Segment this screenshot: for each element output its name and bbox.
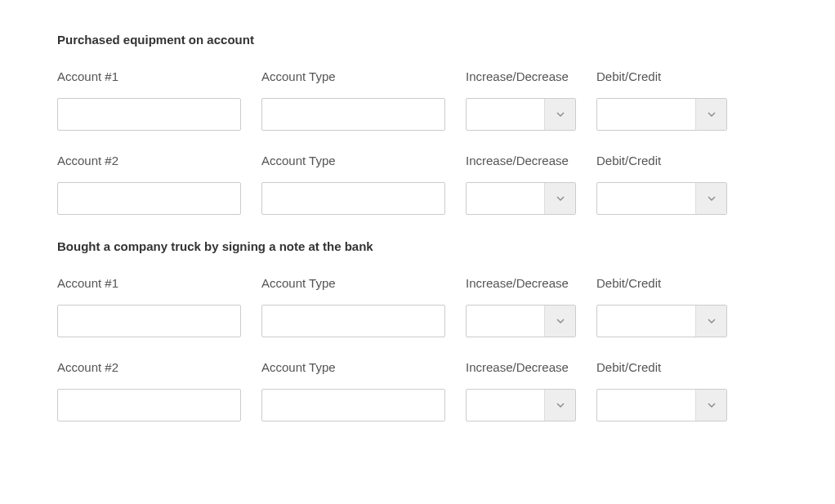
select-value [467,306,544,337]
section-title: Bought a company truck by signing a note… [57,239,778,253]
increase-decrease-field: Increase/Decrease [466,276,576,337]
increase-decrease-label: Increase/Decrease [466,276,576,290]
account-type-input[interactable] [261,98,445,131]
transaction-section: Purchased equipment on account Account #… [57,33,778,215]
select-value [597,390,695,421]
select-value [467,99,544,130]
chevron-down-icon [544,183,575,214]
debit-credit-label: Debit/Credit [596,276,727,290]
account-input[interactable] [57,305,241,337]
account-field: Account #2 [57,154,241,215]
increase-decrease-field: Increase/Decrease [466,360,576,421]
increase-decrease-label: Increase/Decrease [466,154,576,167]
debit-credit-label: Debit/Credit [596,69,727,83]
debit-credit-select[interactable] [596,98,727,131]
account-field: Account #1 [57,276,241,337]
account-type-field: Account Type [261,360,445,421]
debit-credit-select[interactable] [596,182,727,215]
account-input[interactable] [57,389,241,421]
account-type-label: Account Type [261,360,445,374]
increase-decrease-select[interactable] [466,182,576,215]
debit-credit-field: Debit/Credit [596,360,727,421]
account-type-field: Account Type [261,69,445,131]
chevron-down-icon [695,390,726,421]
select-value [467,183,544,214]
chevron-down-icon [544,390,575,421]
increase-decrease-label: Increase/Decrease [466,69,576,83]
debit-credit-field: Debit/Credit [596,69,727,131]
account-type-input[interactable] [261,389,445,421]
debit-credit-select[interactable] [596,305,727,337]
increase-decrease-select[interactable] [466,389,576,421]
account-field: Account #2 [57,360,241,421]
account-label: Account #1 [57,276,241,290]
account-type-field: Account Type [261,276,445,337]
select-value [467,390,544,421]
debit-credit-label: Debit/Credit [596,154,727,167]
section-title: Purchased equipment on account [57,33,778,47]
account-type-label: Account Type [261,154,445,167]
increase-decrease-label: Increase/Decrease [466,360,576,374]
account-label: Account #1 [57,69,241,83]
form-container: Purchased equipment on account Account #… [0,0,835,479]
increase-decrease-field: Increase/Decrease [466,154,576,215]
account-label: Account #2 [57,154,241,167]
increase-decrease-select[interactable] [466,98,576,131]
debit-credit-field: Debit/Credit [596,276,727,337]
chevron-down-icon [695,99,726,130]
select-value [597,306,695,337]
account-row: Account #1 Account Type Increase/Decreas… [57,276,778,337]
account-row: Account #1 Account Type Increase/Decreas… [57,69,778,131]
account-row: Account #2 Account Type Increase/Decreas… [57,360,778,421]
increase-decrease-field: Increase/Decrease [466,69,576,131]
account-type-label: Account Type [261,69,445,83]
account-type-label: Account Type [261,276,445,290]
debit-credit-select[interactable] [596,389,727,421]
account-row: Account #2 Account Type Increase/Decreas… [57,154,778,215]
account-input[interactable] [57,182,241,215]
chevron-down-icon [544,99,575,130]
account-type-input[interactable] [261,305,445,337]
chevron-down-icon [544,306,575,337]
account-type-field: Account Type [261,154,445,215]
debit-credit-label: Debit/Credit [596,360,727,374]
chevron-down-icon [695,306,726,337]
select-value [597,183,695,214]
account-input[interactable] [57,98,241,131]
debit-credit-field: Debit/Credit [596,154,727,215]
select-value [597,99,695,130]
account-type-input[interactable] [261,182,445,215]
account-label: Account #2 [57,360,241,374]
increase-decrease-select[interactable] [466,305,576,337]
chevron-down-icon [695,183,726,214]
account-field: Account #1 [57,69,241,131]
transaction-section: Bought a company truck by signing a note… [57,239,778,421]
